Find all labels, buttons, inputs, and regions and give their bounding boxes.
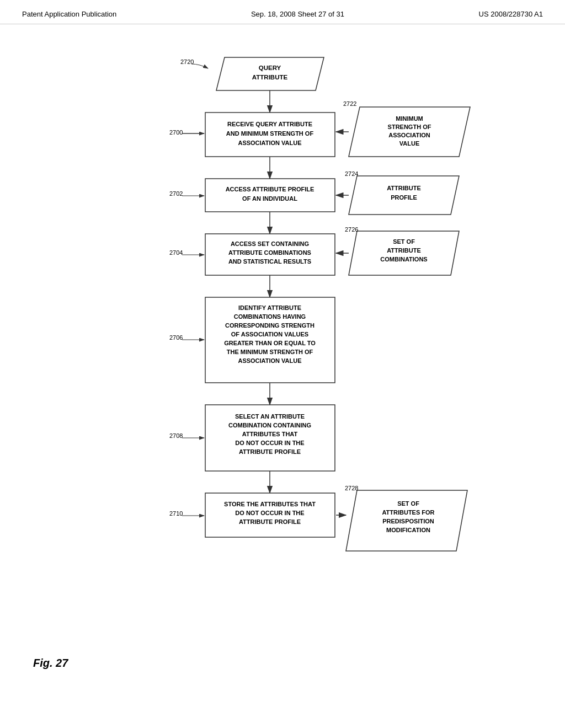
svg-text:STORE THE ATTRIBUTES THAT: STORE THE ATTRIBUTES THAT	[224, 501, 316, 507]
svg-text:STRENGTH OF: STRENGTH OF	[388, 124, 431, 130]
svg-text:CORRESPONDING STRENGTH: CORRESPONDING STRENGTH	[225, 322, 315, 329]
svg-text:THE MINIMUM STRENGTH OF: THE MINIMUM STRENGTH OF	[227, 349, 313, 355]
svg-text:ATTRIBUTE PROFILE: ATTRIBUTE PROFILE	[239, 518, 301, 525]
label-2724: 2724	[345, 170, 358, 177]
label-2704: 2704	[169, 249, 183, 256]
flowchart-svg: QUERY ATTRIBUTE 2720 RECEIVE QUERY ATTRI…	[73, 35, 492, 675]
svg-text:MINIMUM: MINIMUM	[396, 115, 423, 122]
svg-text:QUERY: QUERY	[259, 65, 281, 71]
svg-text:PROFILE: PROFILE	[391, 194, 417, 201]
svg-text:AND MINIMUM STRENGTH OF: AND MINIMUM STRENGTH OF	[226, 130, 314, 137]
svg-text:VALUE: VALUE	[399, 140, 419, 147]
svg-text:ASSOCIATION VALUE: ASSOCIATION VALUE	[238, 140, 301, 146]
header-left: Patent Application Publication	[22, 10, 116, 18]
svg-text:ACCESS ATTRIBUTE PROFILE: ACCESS ATTRIBUTE PROFILE	[226, 186, 315, 192]
label-2710: 2710	[169, 510, 183, 517]
svg-text:DO NOT OCCUR IN THE: DO NOT OCCUR IN THE	[235, 510, 304, 516]
svg-text:ATTRIBUTE PROFILE: ATTRIBUTE PROFILE	[239, 448, 301, 455]
svg-text:ATTRIBUTE: ATTRIBUTE	[252, 74, 288, 81]
svg-text:SELECT AN ATTRIBUTE: SELECT AN ATTRIBUTE	[235, 413, 305, 420]
svg-text:OF AN INDIVIDUAL: OF AN INDIVIDUAL	[242, 195, 297, 202]
svg-text:COMBINATION CONTAINING: COMBINATION CONTAINING	[228, 422, 311, 429]
svg-text:MODIFICATION: MODIFICATION	[386, 527, 430, 533]
fig-label: Fig. 27	[33, 657, 68, 670]
svg-text:ATTRIBUTES THAT: ATTRIBUTES THAT	[242, 431, 298, 437]
svg-text:RECEIVE QUERY ATTRIBUTE: RECEIVE QUERY ATTRIBUTE	[227, 121, 312, 127]
diagram-area: QUERY ATTRIBUTE 2720 RECEIVE QUERY ATTRI…	[0, 24, 565, 686]
label-2706: 2706	[169, 334, 183, 341]
label-2700: 2700	[169, 129, 183, 136]
svg-text:COMBINATIONS HAVING: COMBINATIONS HAVING	[234, 313, 306, 320]
label-2728: 2728	[345, 485, 358, 491]
svg-text:AND STATISTICAL RESULTS: AND STATISTICAL RESULTS	[228, 258, 311, 265]
svg-text:SET OF: SET OF	[397, 500, 419, 507]
header-center: Sep. 18, 2008 Sheet 27 of 31	[251, 10, 344, 18]
svg-text:ATTRIBUTES FOR: ATTRIBUTES FOR	[382, 509, 434, 516]
header-right: US 2008/228730 A1	[479, 10, 543, 18]
svg-text:ASSOCIATION: ASSOCIATION	[388, 132, 430, 138]
svg-text:OF ASSOCIATION VALUES: OF ASSOCIATION VALUES	[231, 331, 308, 338]
label-2722: 2722	[343, 100, 356, 107]
label-2702: 2702	[169, 190, 183, 197]
label-2708: 2708	[169, 432, 183, 439]
svg-text:ASSOCIATION VALUE: ASSOCIATION VALUE	[238, 357, 301, 364]
svg-text:COMBINATIONS: COMBINATIONS	[380, 256, 427, 263]
svg-text:ATTRIBUTE COMBINATIONS: ATTRIBUTE COMBINATIONS	[228, 249, 311, 256]
svg-text:GREATER THAN OR EQUAL TO: GREATER THAN OR EQUAL TO	[224, 340, 316, 346]
svg-text:SET OF: SET OF	[393, 238, 415, 245]
svg-text:ATTRIBUTE: ATTRIBUTE	[387, 185, 421, 191]
svg-text:PREDISPOSITION: PREDISPOSITION	[382, 518, 434, 524]
svg-text:ACCESS SET CONTAINING: ACCESS SET CONTAINING	[231, 240, 309, 247]
label-2726: 2726	[345, 226, 358, 233]
svg-text:IDENTIFY ATTRIBUTE: IDENTIFY ATTRIBUTE	[238, 304, 301, 311]
svg-text:DO NOT OCCUR IN THE: DO NOT OCCUR IN THE	[235, 440, 304, 446]
svg-text:ATTRIBUTE: ATTRIBUTE	[387, 247, 421, 254]
page-header: Patent Application Publication Sep. 18, …	[0, 0, 565, 24]
